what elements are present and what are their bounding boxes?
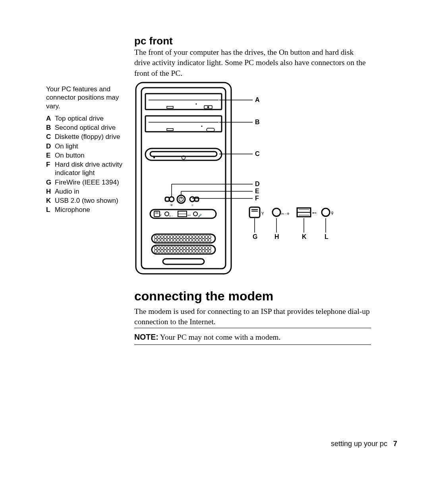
section-body-pc-front: The front of your computer has the drive… (134, 47, 366, 79)
legend-letter: E (46, 151, 55, 160)
legend-row: GFireWire (IEEE 1394) (46, 178, 125, 187)
svg-text:✳: ✳ (170, 203, 173, 207)
section-title-pc-front: pc front (134, 35, 173, 47)
footer-text: setting up your pc (331, 440, 387, 448)
legend-row: CDiskette (floppy) drive (46, 133, 125, 141)
legend-letter: B (46, 123, 55, 132)
footer-page-number: 7 (393, 440, 397, 448)
svg-text:G: G (253, 233, 257, 240)
svg-point-4 (195, 103, 197, 104)
legend-letter: L (46, 206, 55, 214)
page-footer: setting up your pc 7 (0, 440, 397, 448)
svg-text:B: B (255, 119, 260, 125)
legend-intro: Your PC features and connector positions… (46, 85, 125, 110)
svg-rect-52 (249, 207, 260, 217)
svg-rect-147 (163, 259, 204, 264)
legend-row: DOn light (46, 142, 125, 150)
legend-row: FHard disk drive activity indicator ligh… (46, 160, 125, 177)
svg-rect-10 (145, 116, 222, 132)
svg-text:A: A (255, 96, 260, 103)
svg-text:⊷: ⊷ (312, 210, 317, 215)
legend-text: Audio in (55, 187, 125, 196)
legend-letter: H (46, 187, 55, 196)
svg-text:H: H (274, 233, 279, 240)
svg-rect-2 (145, 94, 222, 110)
divider-top (134, 328, 371, 328)
legend-text: USB 2.0 (two shown) (55, 196, 125, 205)
svg-text:in→⊕: in→⊕ (281, 212, 290, 215)
legend-row: BSecond optical drive (46, 123, 125, 132)
section-title-connecting-modem: connecting the modem (134, 289, 273, 304)
pc-front-diagram: A B C D E (134, 81, 369, 279)
legend-letter: G (46, 178, 55, 187)
note-text: Your PC may not come with a modem. (158, 333, 281, 341)
svg-text:🎤: 🎤 (198, 214, 202, 217)
legend-letter: C (46, 133, 55, 141)
svg-text:D: D (255, 181, 260, 187)
svg-point-19 (153, 157, 155, 158)
svg-text:E: E (255, 188, 259, 194)
legend-text: FireWire (IEEE 1394) (55, 178, 125, 187)
legend-text: Top optical drive (55, 114, 125, 123)
legend-letter: K (46, 196, 55, 205)
svg-point-12 (201, 125, 202, 127)
svg-text:🎙: 🎙 (330, 211, 334, 215)
note-row: NOTE: Your PC may not come with a modem. (134, 333, 371, 342)
legend-text: Microphone (55, 206, 125, 214)
legend-row: HAudio in (46, 187, 125, 196)
legend-text: Second optical drive (55, 123, 125, 132)
legend-text: On light (55, 142, 125, 150)
svg-point-63 (322, 208, 330, 216)
legend-row: EOn button (46, 151, 125, 160)
svg-point-56 (272, 208, 280, 216)
legend-letter: A (46, 114, 55, 123)
svg-text:⊷: ⊷ (187, 214, 191, 217)
svg-text:F: F (255, 195, 259, 202)
manual-page: pc front The front of your computer has … (0, 0, 429, 504)
legend-text: On button (55, 151, 125, 160)
svg-text:Y: Y (261, 212, 264, 216)
legend-row: LMicrophone (46, 206, 125, 214)
svg-text:K: K (302, 233, 307, 240)
svg-text:⌗: ⌗ (191, 203, 193, 207)
section-body-connecting-modem: The modem is used for connecting to an I… (134, 306, 371, 327)
divider-bottom (134, 344, 371, 345)
svg-text:L: L (325, 233, 329, 240)
legend-row: ATop optical drive (46, 114, 125, 123)
legend-text: Diskette (floppy) drive (55, 133, 125, 141)
note-label: NOTE: (134, 333, 158, 341)
legend-list: ATop optical driveBSecond optical driveC… (46, 114, 125, 214)
svg-text:in→: in→ (169, 215, 174, 217)
legend-text: Hard disk drive activity indicator light (55, 160, 125, 177)
legend-sidebar: Your PC features and connector positions… (46, 85, 125, 215)
legend-letter: D (46, 142, 55, 150)
svg-text:C: C (255, 150, 260, 157)
svg-text:Y: Y (160, 214, 162, 217)
legend-letter: F (46, 160, 55, 177)
legend-row: KUSB 2.0 (two shown) (46, 196, 125, 205)
